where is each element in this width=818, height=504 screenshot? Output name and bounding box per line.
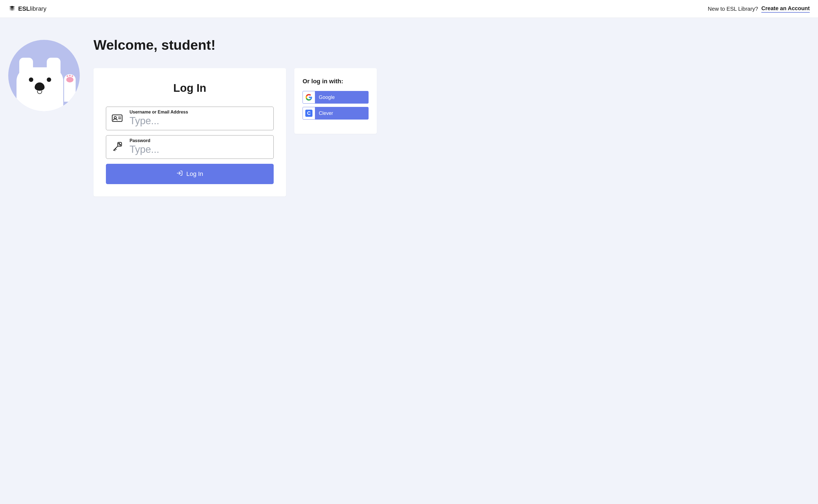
username-group[interactable]: Username or Email Address [106, 107, 274, 130]
content-area: Welcome, student! Log In [93, 37, 404, 196]
login-card: Log In Username or Email Address [93, 68, 286, 196]
google-label: Google [315, 91, 368, 103]
google-icon [303, 91, 315, 103]
password-group[interactable]: Password [106, 135, 274, 159]
id-card-icon [112, 113, 123, 124]
main-container: Welcome, student! Log In [0, 18, 413, 207]
welcome-heading: Welcome, student! [93, 37, 404, 53]
svg-rect-0 [112, 115, 122, 121]
create-account-link[interactable]: Create an Account [761, 5, 810, 13]
login-button-label: Log In [186, 170, 203, 178]
svg-point-5 [119, 143, 120, 144]
username-input[interactable] [129, 115, 268, 127]
clever-icon: C [303, 107, 315, 119]
header-right: New to ESL Library? Create an Account [708, 5, 810, 13]
page-header: ESLlibrary New to ESL Library? Create an… [0, 0, 818, 18]
login-button[interactable]: Log In [106, 164, 274, 184]
google-login-button[interactable]: Google [303, 91, 369, 104]
logo[interactable]: ESLlibrary [8, 5, 46, 13]
oauth-title: Or log in with: [303, 78, 369, 85]
clever-label: Clever [315, 107, 368, 119]
username-label: Username or Email Address [129, 110, 268, 115]
oauth-card: Or log in with: Google [294, 68, 377, 134]
mascot-container [8, 37, 82, 111]
cards-row: Log In Username or Email Address [93, 68, 404, 196]
password-label: Password [129, 138, 268, 143]
logo-text: ESLlibrary [18, 5, 46, 12]
clever-login-button[interactable]: C Clever [303, 107, 369, 120]
svg-point-6 [120, 145, 121, 145]
key-icon [112, 141, 123, 152]
mascot-icon [8, 40, 80, 111]
password-input[interactable] [129, 144, 268, 155]
svg-text:C: C [307, 110, 311, 116]
login-title: Log In [106, 82, 274, 94]
logo-icon [8, 5, 16, 13]
svg-point-1 [114, 117, 116, 119]
signup-prompt: New to ESL Library? [708, 6, 758, 12]
login-arrow-icon [176, 170, 183, 178]
svg-rect-4 [118, 142, 121, 146]
